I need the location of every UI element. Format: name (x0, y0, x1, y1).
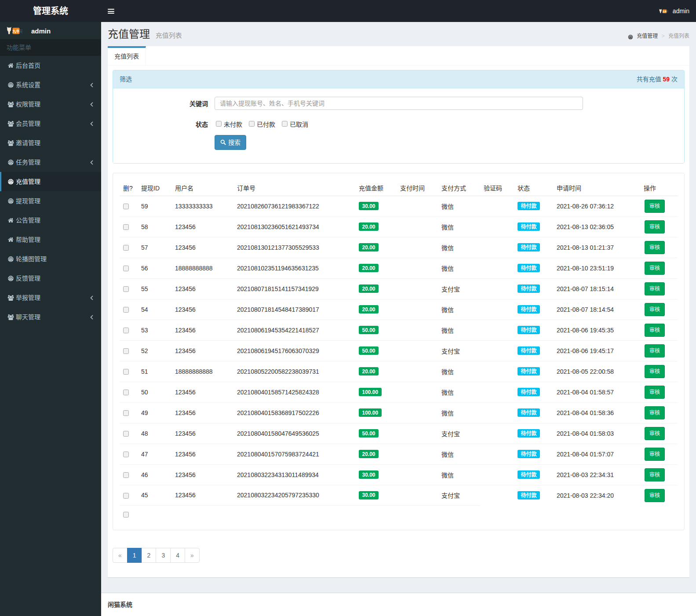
svg-text:网: 网 (19, 29, 22, 34)
svg-text:网: 网 (666, 10, 668, 13)
svg-text:九牛: 九牛 (662, 10, 667, 13)
